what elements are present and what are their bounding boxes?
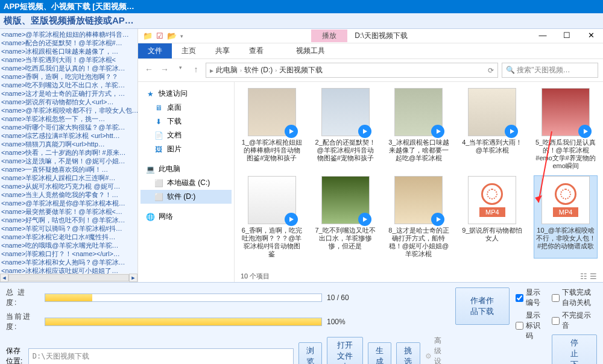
nav-up-icon[interactable]: ↑	[190, 64, 202, 77]
log-line: <name>冰棍跟棍爸口味越来越像了，…	[1, 47, 136, 55]
nav-back-icon[interactable]: ←	[143, 64, 155, 77]
nav-forward-icon[interactable]: →	[159, 64, 171, 77]
save-path-input[interactable]: D:\天图视频下载	[28, 348, 294, 365]
tab-video-tools[interactable]: 视频工具	[288, 43, 333, 58]
generate-button[interactable]: 生成	[368, 342, 391, 364]
log-scrollbar[interactable]: ◄ ►	[0, 274, 137, 282]
file-item[interactable]: 7_吃不到嘴边又吐不出口水，羊驼惨惨惨，但还是	[314, 176, 377, 258]
file-item[interactable]: 5_吃西瓜我们是认真的！@羊驼冰棍#emo文学#养宠物的emo瞬间	[534, 88, 597, 170]
file-item[interactable]: 6_香啊，造啊，吃完吐泡泡啊？？？@羊驼冰棍#抖音动物图鉴	[241, 176, 303, 258]
navigation-pane[interactable]: ★快速访问 🖥桌面 ⬇下载 📄文档 🖼图片 💻此电脑 ⬜本地磁盘 (C:) ⬜软…	[138, 82, 235, 282]
nav-drive-d[interactable]: ⬜软件 (D:)	[140, 190, 232, 204]
play-badge-icon	[431, 125, 444, 138]
close-button[interactable]: ✕	[579, 29, 603, 43]
file-item[interactable]: 1_@羊驼冰棍抢妞妞的棒棒糖#抖音动物图鉴#宠物和孩子	[241, 88, 303, 170]
pick-button[interactable]: 挑选	[396, 342, 420, 364]
checkbox-no-sound[interactable]: 不完提示音	[552, 310, 597, 331]
file-thumbnail: MP4	[468, 176, 516, 224]
drive-icon: ⬜	[154, 192, 163, 202]
crumb-folder[interactable]: 天图视频下载	[279, 65, 323, 75]
maximize-button[interactable]: ☐	[555, 29, 579, 43]
chevron-right-icon[interactable]: ›	[240, 67, 242, 74]
folder-icon[interactable]: 📁	[143, 31, 153, 40]
nav-recent-icon[interactable]: ▾	[174, 64, 186, 77]
nav-downloads[interactable]: ⬇下载	[140, 115, 232, 128]
nav-quick-access[interactable]: ★快速访问	[140, 87, 232, 101]
file-name-label: 7_吃不到嘴边又吐不出口水，羊驼惨惨惨，但还是	[314, 227, 377, 250]
checkbox-show-code[interactable]: 显示标识码	[516, 310, 546, 341]
log-line: <name>这才是哈士奇的正确打开方式，…	[1, 89, 136, 98]
log-line: <name>听哪个哥们家大狗很猛？@羊驼…	[1, 123, 136, 131]
log-line: <name>吃西瓜我们是认真的！@羊驼冰…	[1, 64, 136, 72]
file-item[interactable]: 3_冰棍跟棍爸口味越来越像了，啥都要一起吃@羊驼冰棍	[388, 88, 450, 170]
nav-pictures[interactable]: 🖼图片	[140, 142, 232, 156]
refresh-icon[interactable]: ⟳	[488, 66, 494, 75]
log-line: <name>羊驼可以骑吗？@羊驼冰棍#抖…	[1, 224, 136, 233]
file-item[interactable]: 4_当羊驼遇到大雨！@羊驼冰棍	[461, 88, 523, 170]
log-line: <name>@羊驼冰棍抢妞妞的棒棒糖#抖音…	[1, 30, 136, 39]
log-line: <name>这是洗嘛，不是钢！@妮可小姐…	[1, 157, 136, 165]
file-item[interactable]: 2_配合的还挺默契！@羊驼冰棍#抖音动物图鉴#宠物和孩子	[314, 88, 377, 170]
checkbox-show-number[interactable]: 显示编号	[516, 287, 546, 308]
total-progress-text: 10 / 60	[327, 293, 387, 302]
minimize-button[interactable]: —	[531, 29, 555, 43]
open-folder-button[interactable]: 打开文件夹	[327, 337, 363, 364]
file-item[interactable]: MP49_据说所有动物都怕女人	[461, 176, 523, 258]
file-item[interactable]: 8_这才是哈士奇的正确打开方式，船特稳！@妮可小姐姐@羊驼冰棍	[388, 176, 450, 258]
tab-view[interactable]: 查看	[239, 43, 273, 58]
nav-drive-c[interactable]: ⬜本地磁盘 (C:)	[140, 176, 232, 190]
nav-network[interactable]: 🌐网络	[140, 210, 232, 224]
check-icon[interactable]: ☑	[156, 31, 163, 40]
browse-button[interactable]: 浏览	[298, 342, 322, 364]
log-line: <name>羊驼冰棍人踩棍口水三连啊#…	[1, 174, 136, 182]
advanced-settings-link[interactable]: ⚙高级设置	[425, 336, 444, 364]
address-bar[interactable]: ▸ 此电脑 › 软件 (D:) › 天图视频下载 ⟳	[206, 63, 498, 78]
qat-dropdown-icon[interactable]: ▾	[180, 33, 183, 39]
file-name-label: 10_@羊驼冰棍咬啥不行，非咬女人包！#把你的动物谱成歌	[534, 227, 597, 250]
desktop-icon: 🖥	[154, 103, 163, 113]
tab-share[interactable]: 共享	[206, 43, 239, 58]
log-line: <name>配合的还挺默契！@羊驼冰棍#…	[1, 39, 136, 47]
file-thumbnail	[541, 88, 590, 136]
total-progress-bar	[45, 293, 322, 302]
chevron-right-icon[interactable]: ›	[275, 67, 277, 74]
log-line: <name>当主人竟然偷吃我的零食？！…	[1, 190, 136, 199]
nav-this-pc[interactable]: 💻此电脑	[140, 162, 232, 176]
file-thumbnail	[321, 88, 370, 136]
tab-home[interactable]: 主页	[172, 43, 206, 58]
stop-download-button[interactable]: 停止下载	[552, 334, 597, 364]
nav-documents[interactable]: 📄文档	[140, 128, 232, 142]
crumb-drive[interactable]: 软件 (D:)	[244, 65, 273, 75]
app-title: APP短视频、小视频下载 [天图视频…	[0, 0, 603, 13]
log-line: <name>一直怀疑她喜欢我的ii啊！…	[1, 165, 136, 174]
log-line: <name>@羊驼冰棍咬啥都不行，非咬女人包…	[1, 106, 136, 115]
file-thumbnail	[468, 88, 516, 136]
log-line: <name>洋驼粮口打？！<name></url>…	[1, 249, 136, 258]
folder-open-icon[interactable]: 📂	[167, 31, 177, 40]
download-icon: ⬇	[154, 117, 163, 127]
file-item[interactable]: MP410_@羊驼冰棍咬啥不行，非咬女人包！#把你的动物谱成歌	[534, 176, 597, 258]
play-badge-icon	[431, 213, 444, 226]
file-thumbnail	[248, 176, 296, 224]
save-location-label: 保存位置:	[6, 346, 24, 364]
log-panel[interactable]: <name>@羊驼冰棍抢妞妞的棒棒糖#抖音…<name>配合的还挺默契！@羊驼冰…	[0, 29, 137, 282]
star-icon: ★	[145, 89, 155, 99]
author-works-button[interactable]: 作者作品下载	[455, 287, 510, 325]
app-subtitle: 横版、竖版视频播放链接或AP…	[0, 13, 603, 29]
search-input[interactable]: 🔍 搜索"天图视频…	[502, 63, 598, 78]
file-menu-tab[interactable]: 文件	[138, 43, 172, 58]
scroll-right-icon[interactable]: ►	[129, 274, 137, 282]
log-line: <name>羊驼冰棍它老吐口水#魔性抖…	[1, 233, 136, 241]
view-mode-icons[interactable]: ☷ ☰	[580, 272, 597, 281]
crumb-pc[interactable]: 此电脑	[216, 65, 238, 75]
total-progress-label: 总 进 度:	[6, 287, 40, 308]
scroll-left-icon[interactable]: ◄	[0, 274, 8, 282]
drive-icon: ▸	[210, 66, 213, 75]
current-progress-bar	[45, 318, 322, 326]
file-name-label: 3_冰棍跟棍爸口味越来越像了，啥都要一起吃@羊驼冰棍	[388, 139, 450, 162]
checkbox-auto-shutdown[interactable]: 下载完成自动关机	[552, 287, 597, 308]
nav-desktop[interactable]: 🖥桌面	[140, 101, 232, 115]
file-grid[interactable]: 1_@羊驼冰棍抢妞妞的棒棒糖#抖音动物图鉴#宠物和孩子2_配合的还挺默契！@羊驼…	[235, 82, 603, 282]
search-icon: 🔍	[506, 66, 515, 74]
quick-access-toolbar: 📁 ☑ 📂 ▾	[138, 31, 188, 40]
